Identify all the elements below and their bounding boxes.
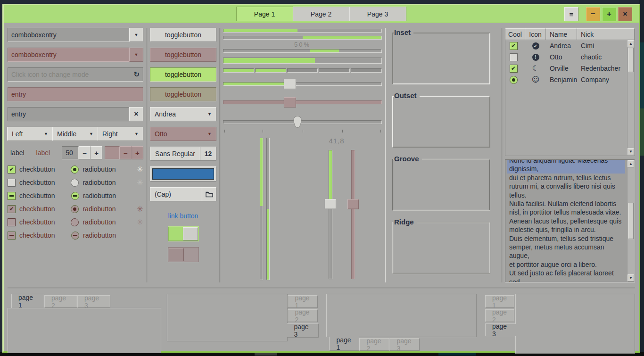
spin-minus-button[interactable]: − [79,146,91,159]
color-button[interactable] [150,166,216,182]
nb-left-tab-page1[interactable]: page 1 [485,295,514,308]
table-row[interactable]: ! Otto chaotic [505,51,635,63]
treeview: Cool Icon Name Nick ✔ ✔ Andrea Cimi [505,28,635,156]
dropdown-left[interactable]: Left▼ [7,127,53,141]
tab-page-2[interactable]: Page 2 [293,7,350,21]
page1-content: ▼ ▼ ↻ [4,23,639,353]
scrollbar-thumb[interactable] [628,203,634,239]
tab-page-3[interactable]: Page 3 [349,7,406,21]
dropdown-middle[interactable]: Middle▼ [52,127,98,141]
refresh-icon[interactable]: ↻ [133,70,140,79]
notebooks-section: page 1 page 2 page 3 page 1 page 2 page … [8,287,635,354]
cell-nick: Company [577,76,635,83]
table-row[interactable]: ☺ Benjamin Company [505,74,635,85]
nb-bottom-tab-page3[interactable]: page 3 [389,338,420,351]
header-page-switcher: Page 1 Page 2 Page 3 [237,7,406,21]
scroll-down-button[interactable]: ▼ [627,274,634,281]
nb-left-tab-page3[interactable]: page 3 [485,323,516,336]
table-row[interactable]: ✔ ☾ Orville Redenbacher [505,63,635,74]
nb-top-tab-page1[interactable]: page 1 [11,294,44,308]
mode-entry[interactable]: ↻ [8,67,143,82]
combobox-value: Andrea [155,110,176,118]
hamburger-menu-button[interactable]: ≡ [564,7,578,21]
nb-top-tab-page3[interactable]: page 3 [77,295,110,308]
radio-checked[interactable] [71,166,79,174]
folder-icon [202,188,216,201]
textview[interactable]: Nunc id aliquam ligula. Maecenas digniss… [505,159,635,282]
vscale[interactable] [324,150,337,279]
column-header-cool[interactable]: Cool [505,28,525,40]
hamburger-icon: ≡ [570,10,574,18]
text-line: Ut sed justo ac felis placerat laoreet s… [509,269,623,282]
table-row[interactable]: ✔ ✔ Andrea Cimi [505,40,635,51]
color-swatch [152,168,214,180]
switch-on[interactable] [168,226,199,241]
maximize-button[interactable]: + [602,7,616,21]
nb-right-tab-page3[interactable]: page 3 [287,323,319,338]
togglebutton-normal[interactable]: togglebutton [150,28,216,42]
cell-nick: chaotic [577,53,635,61]
scale-handle[interactable] [325,199,336,209]
togglebutton-active[interactable]: togglebutton [150,67,216,82]
spinbutton-value[interactable]: 50 [62,146,79,159]
text-line: dui et pharetra rutrum, tellus lectus [509,174,623,182]
radio-unchecked[interactable] [71,179,79,187]
row-checkbox-checked[interactable]: ✔ [510,65,518,73]
clear-entry-button[interactable]: × [129,107,143,121]
scale-handle[interactable] [284,79,296,89]
scroll-down-button[interactable]: ▼ [627,148,634,155]
column-header-icon[interactable]: Icon [525,28,546,40]
scroll-up-button[interactable]: ▲ [627,160,634,167]
font-button[interactable]: Sans Regular 12 [150,147,216,161]
scale-fill [223,83,290,85]
checkbox-mixed[interactable] [8,192,16,200]
comboboxentry-input[interactable] [11,31,125,39]
chevron-down-icon: ▼ [134,53,139,57]
text-line: Nulla facilisi. Nullam eleifend lobortis [509,199,623,208]
mode-entry-input[interactable] [11,71,131,78]
notebook-content [326,294,477,337]
scale-pin-handle[interactable] [294,116,302,128]
row-checkbox-unchecked[interactable] [510,53,518,61]
spin-plus-button[interactable]: + [91,146,102,159]
checkbox-unchecked[interactable] [8,179,16,187]
comboboxentry[interactable] [8,28,129,42]
nb-right-tab-page1[interactable]: page 1 [288,295,318,308]
entry-with-clear[interactable] [8,107,129,121]
comboboxentry-dropdown-button[interactable]: ▼ [129,28,143,42]
tree-scrollbar[interactable]: ▲ ▼ [627,40,634,155]
nb-top-tab-page2[interactable]: page 2 [44,295,77,308]
column-header-name[interactable]: Name [546,28,577,40]
progressbar-rtl [223,36,382,40]
nb-left-tab-page2[interactable]: page 2 [485,309,514,322]
textview-scrollbar[interactable]: ▲ ▼ [627,160,634,281]
text-line: tellus. [509,191,623,199]
row-radio-checked[interactable] [510,76,518,84]
close-button[interactable]: × [618,7,632,21]
file-chooser-button[interactable]: (Cap) [150,187,216,201]
scale-fill [223,101,290,104]
scroll-up-button[interactable]: ▲ [627,40,634,47]
vscale-disabled [347,150,359,279]
radio-mixed[interactable] [71,192,79,200]
text-line: semper, metus metus accumsan augue, [509,243,623,260]
column-header-nick[interactable]: Nick [577,28,635,40]
scrollbar-thumb[interactable] [628,48,634,72]
nb-right-tab-page2[interactable]: page 2 [288,309,318,322]
nb-bottom-tab-page2[interactable]: page 2 [359,338,389,351]
hscale-with-marks[interactable] [223,116,382,128]
minimize-button[interactable]: − [586,7,600,21]
dropdown-right[interactable]: Right▼ [98,127,143,141]
comboboxentry-disabled-dropdown-button: ▼ [129,48,143,62]
tab-page-1[interactable]: Page 1 [236,7,293,21]
checkbox-checked[interactable]: ✔ [8,166,16,174]
cell-name: Orville [546,65,577,72]
column-lists: Cool Icon Name Nick ✔ ✔ Andrea Cimi [505,28,635,282]
hscale[interactable] [223,78,382,90]
link-button[interactable]: link button [150,212,216,220]
progress-fill [303,36,382,39]
nb-bottom-tab-page1[interactable]: page 1 [329,337,359,351]
row-checkbox-checked[interactable]: ✔ [510,42,518,50]
combobox-name[interactable]: Andrea▼ [150,107,216,121]
entry-input[interactable] [11,110,125,118]
